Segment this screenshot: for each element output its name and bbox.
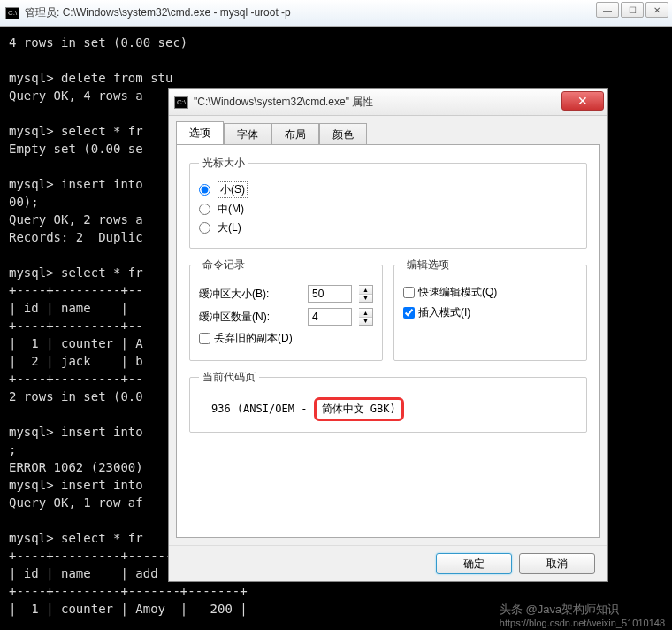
minimize-button[interactable]: — (596, 2, 619, 18)
dialog-title: "C:\Windows\system32\cmd.exe" 属性 (194, 95, 373, 110)
window-controls: — ☐ ✕ (596, 2, 668, 18)
bufsize-label: 缓冲区大小(B): (199, 287, 301, 302)
cursor-small-label: 小(S) (218, 181, 248, 198)
cmd-icon: C:\ (174, 96, 188, 109)
tab-content: 光标大小 小(S) 中(M) 大(L) 命令记录 缓冲区大小(B): 50 ▲▼ (176, 144, 600, 538)
insertmode-label: 插入模式(I) (418, 305, 470, 320)
discard-label: 丢弃旧的副本(D) (214, 331, 293, 346)
codepage-value: 936 (ANSI/OEM - 简体中文 GBK) (211, 397, 577, 421)
cursor-medium-radio[interactable] (199, 204, 210, 215)
discard-checkbox[interactable] (199, 333, 210, 344)
watermark-line1: 头条 @Java架构师知识 (500, 602, 665, 618)
bufsize-spinner[interactable]: ▲▼ (359, 285, 373, 303)
bufcount-spinner[interactable]: ▲▼ (359, 308, 373, 326)
tab-font[interactable]: 字体 (224, 123, 271, 146)
bufcount-input[interactable]: 4 (308, 308, 352, 326)
discard-row[interactable]: 丢弃旧的副本(D) (199, 331, 373, 346)
cursor-size-group: 光标大小 小(S) 中(M) 大(L) (189, 156, 587, 249)
close-button[interactable]: ✕ (645, 2, 668, 18)
main-title: 管理员: C:\Windows\system32\cmd.exe - mysql… (25, 5, 291, 20)
dialog-buttons: 确定 取消 (169, 545, 607, 581)
tab-strip: 选项 字体 布局 颜色 (176, 121, 600, 144)
edit-group: 编辑选项 快速编辑模式(Q) 插入模式(I) (393, 257, 587, 361)
codepage-prefix: 936 (ANSI/OEM - (211, 403, 314, 415)
ok-button[interactable]: 确定 (436, 553, 512, 574)
codepage-legend: 当前代码页 (199, 370, 259, 385)
insertmode-checkbox[interactable] (403, 307, 415, 319)
properties-dialog: C:\ "C:\Windows\system32\cmd.exe" 属性 ✕ 选… (168, 88, 608, 582)
cancel-button[interactable]: 取消 (519, 553, 595, 574)
cursor-small-radio[interactable] (199, 184, 210, 196)
cursor-large-radio[interactable] (199, 222, 210, 234)
history-group: 命令记录 缓冲区大小(B): 50 ▲▼ 缓冲区数量(N): 4 ▲▼ 丢弃旧的… (189, 257, 383, 361)
tab-options[interactable]: 选项 (176, 121, 224, 144)
cmd-icon: C:\ (5, 7, 19, 19)
cursor-large-label: 大(L) (218, 220, 241, 235)
maximize-button[interactable]: ☐ (621, 2, 644, 18)
quickedit-row[interactable]: 快速编辑模式(Q) (403, 285, 577, 300)
edit-legend: 编辑选项 (403, 257, 453, 273)
dialog-close-button[interactable]: ✕ (561, 91, 604, 111)
watermark: 头条 @Java架构师知识 https://blog.csdn.net/weix… (500, 602, 665, 628)
bufsize-input[interactable]: 50 (308, 285, 352, 303)
tab-layout[interactable]: 布局 (271, 123, 319, 146)
cursor-medium-label: 中(M) (218, 202, 244, 217)
cursor-small-row[interactable]: 小(S) (199, 181, 577, 198)
insertmode-row[interactable]: 插入模式(I) (403, 305, 577, 320)
main-titlebar: C:\ 管理员: C:\Windows\system32\cmd.exe - m… (0, 0, 672, 27)
quickedit-checkbox[interactable] (403, 287, 415, 298)
cursor-medium-row[interactable]: 中(M) (199, 202, 577, 217)
bufcount-label: 缓冲区数量(N): (199, 310, 301, 325)
watermark-line2: https://blog.csdn.net/weixin_51010148 (500, 618, 665, 628)
history-legend: 命令记录 (199, 257, 248, 273)
tab-colors[interactable]: 颜色 (319, 123, 367, 146)
quickedit-label: 快速编辑模式(Q) (418, 285, 497, 300)
dialog-titlebar: C:\ "C:\Windows\system32\cmd.exe" 属性 ✕ (169, 89, 607, 116)
codepage-group: 当前代码页 936 (ANSI/OEM - 简体中文 GBK) (189, 370, 587, 433)
cursor-large-row[interactable]: 大(L) (199, 220, 577, 235)
cursor-legend: 光标大小 (199, 156, 248, 171)
codepage-highlight: 简体中文 GBK) (314, 397, 404, 421)
